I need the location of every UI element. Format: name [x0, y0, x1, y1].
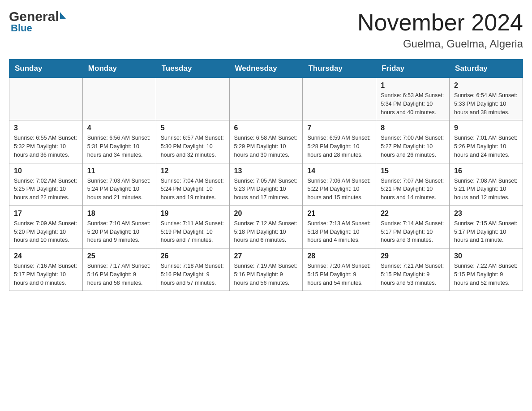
day-number: 5 — [161, 124, 225, 132]
day-number: 22 — [381, 210, 445, 218]
table-row: 28Sunrise: 7:20 AM Sunset: 5:15 PM Dayli… — [303, 248, 376, 291]
header-sunday: Sunday — [9, 60, 83, 78]
table-row — [229, 78, 303, 120]
table-row: 5Sunrise: 6:57 AM Sunset: 5:30 PM Daylig… — [156, 120, 229, 163]
day-info: Sunrise: 7:12 AM Sunset: 5:18 PM Dayligh… — [234, 219, 298, 244]
day-info: Sunrise: 7:11 AM Sunset: 5:19 PM Dayligh… — [161, 219, 225, 244]
table-row: 29Sunrise: 7:21 AM Sunset: 5:15 PM Dayli… — [376, 248, 450, 291]
calendar-table: Sunday Monday Tuesday Wednesday Thursday… — [9, 59, 523, 291]
day-number: 6 — [234, 124, 298, 132]
table-row: 15Sunrise: 7:07 AM Sunset: 5:21 PM Dayli… — [376, 163, 450, 206]
table-row: 10Sunrise: 7:02 AM Sunset: 5:25 PM Dayli… — [9, 163, 83, 206]
day-info: Sunrise: 7:20 AM Sunset: 5:15 PM Dayligh… — [307, 262, 371, 287]
day-info: Sunrise: 7:15 AM Sunset: 5:17 PM Dayligh… — [454, 219, 518, 244]
day-info: Sunrise: 7:06 AM Sunset: 5:22 PM Dayligh… — [307, 177, 371, 202]
table-row — [9, 78, 83, 120]
calendar-location: Guelma, Guelma, Algeria — [357, 38, 523, 50]
table-row: 21Sunrise: 7:13 AM Sunset: 5:18 PM Dayli… — [303, 206, 376, 248]
day-info: Sunrise: 6:56 AM Sunset: 5:31 PM Dayligh… — [87, 134, 151, 159]
day-number: 26 — [161, 252, 225, 260]
table-row: 23Sunrise: 7:15 AM Sunset: 5:17 PM Dayli… — [450, 206, 523, 248]
day-number: 28 — [307, 252, 371, 260]
day-number: 8 — [381, 124, 445, 132]
table-row: 11Sunrise: 7:03 AM Sunset: 5:24 PM Dayli… — [82, 163, 156, 206]
day-number: 30 — [454, 252, 518, 260]
table-row: 3Sunrise: 6:55 AM Sunset: 5:32 PM Daylig… — [9, 120, 83, 163]
day-number: 16 — [454, 167, 518, 175]
table-row: 24Sunrise: 7:16 AM Sunset: 5:17 PM Dayli… — [9, 248, 83, 291]
calendar-title: November 2024 — [357, 9, 523, 36]
day-info: Sunrise: 7:17 AM Sunset: 5:16 PM Dayligh… — [87, 262, 151, 287]
table-row: 6Sunrise: 6:58 AM Sunset: 5:29 PM Daylig… — [229, 120, 303, 163]
day-number: 12 — [161, 167, 225, 175]
day-number: 4 — [87, 124, 151, 132]
calendar-week-row: 3Sunrise: 6:55 AM Sunset: 5:32 PM Daylig… — [9, 120, 523, 163]
day-info: Sunrise: 7:04 AM Sunset: 5:24 PM Dayligh… — [161, 177, 225, 202]
calendar-header-row: Sunday Monday Tuesday Wednesday Thursday… — [9, 60, 523, 78]
day-number: 29 — [381, 252, 445, 260]
table-row: 1Sunrise: 6:53 AM Sunset: 5:34 PM Daylig… — [376, 78, 450, 120]
logo-general-text: General — [9, 9, 59, 24]
calendar-week-row: 10Sunrise: 7:02 AM Sunset: 5:25 PM Dayli… — [9, 163, 523, 206]
table-row: 16Sunrise: 7:08 AM Sunset: 5:21 PM Dayli… — [450, 163, 523, 206]
day-info: Sunrise: 7:14 AM Sunset: 5:17 PM Dayligh… — [381, 219, 445, 244]
day-number: 9 — [454, 124, 518, 132]
table-row — [303, 78, 376, 120]
day-info: Sunrise: 7:00 AM Sunset: 5:27 PM Dayligh… — [381, 134, 445, 159]
day-number: 7 — [307, 124, 371, 132]
day-number: 1 — [381, 81, 445, 90]
day-number: 19 — [161, 210, 225, 218]
day-info: Sunrise: 7:18 AM Sunset: 5:16 PM Dayligh… — [161, 262, 225, 287]
day-info: Sunrise: 6:55 AM Sunset: 5:32 PM Dayligh… — [14, 134, 78, 159]
day-number: 17 — [14, 210, 78, 218]
day-info: Sunrise: 6:59 AM Sunset: 5:28 PM Dayligh… — [307, 134, 371, 159]
day-info: Sunrise: 6:57 AM Sunset: 5:30 PM Dayligh… — [161, 134, 225, 159]
day-number: 24 — [14, 252, 78, 260]
day-info: Sunrise: 7:21 AM Sunset: 5:15 PM Dayligh… — [381, 262, 445, 287]
table-row: 9Sunrise: 7:01 AM Sunset: 5:26 PM Daylig… — [450, 120, 523, 163]
table-row — [156, 78, 229, 120]
day-info: Sunrise: 6:54 AM Sunset: 5:33 PM Dayligh… — [454, 91, 518, 116]
page-header: General Blue November 2024 Guelma, Guelm… — [9, 9, 523, 50]
day-info: Sunrise: 7:05 AM Sunset: 5:23 PM Dayligh… — [234, 177, 298, 202]
day-info: Sunrise: 7:10 AM Sunset: 5:20 PM Dayligh… — [87, 219, 151, 244]
day-info: Sunrise: 7:19 AM Sunset: 5:16 PM Dayligh… — [234, 262, 298, 287]
table-row: 25Sunrise: 7:17 AM Sunset: 5:16 PM Dayli… — [82, 248, 156, 291]
table-row: 27Sunrise: 7:19 AM Sunset: 5:16 PM Dayli… — [229, 248, 303, 291]
day-info: Sunrise: 7:08 AM Sunset: 5:21 PM Dayligh… — [454, 177, 518, 202]
day-number: 2 — [454, 81, 518, 90]
day-number: 15 — [381, 167, 445, 175]
logo-arrow-icon — [60, 12, 66, 21]
day-number: 21 — [307, 210, 371, 218]
day-number: 14 — [307, 167, 371, 175]
header-thursday: Thursday — [303, 60, 376, 78]
header-monday: Monday — [82, 60, 156, 78]
table-row: 20Sunrise: 7:12 AM Sunset: 5:18 PM Dayli… — [229, 206, 303, 248]
table-row: 19Sunrise: 7:11 AM Sunset: 5:19 PM Dayli… — [156, 206, 229, 248]
day-number: 20 — [234, 210, 298, 218]
day-info: Sunrise: 7:01 AM Sunset: 5:26 PM Dayligh… — [454, 134, 518, 159]
table-row: 8Sunrise: 7:00 AM Sunset: 5:27 PM Daylig… — [376, 120, 450, 163]
day-number: 10 — [14, 167, 78, 175]
table-row: 17Sunrise: 7:09 AM Sunset: 5:20 PM Dayli… — [9, 206, 83, 248]
table-row: 12Sunrise: 7:04 AM Sunset: 5:24 PM Dayli… — [156, 163, 229, 206]
day-number: 3 — [14, 124, 78, 132]
day-info: Sunrise: 7:02 AM Sunset: 5:25 PM Dayligh… — [14, 177, 78, 202]
table-row: 22Sunrise: 7:14 AM Sunset: 5:17 PM Dayli… — [376, 206, 450, 248]
table-row: 7Sunrise: 6:59 AM Sunset: 5:28 PM Daylig… — [303, 120, 376, 163]
calendar-week-row: 24Sunrise: 7:16 AM Sunset: 5:17 PM Dayli… — [9, 248, 523, 291]
table-row: 2Sunrise: 6:54 AM Sunset: 5:33 PM Daylig… — [450, 78, 523, 120]
header-saturday: Saturday — [450, 60, 523, 78]
table-row: 13Sunrise: 7:05 AM Sunset: 5:23 PM Dayli… — [229, 163, 303, 206]
logo: General Blue — [9, 9, 66, 34]
table-row: 26Sunrise: 7:18 AM Sunset: 5:16 PM Dayli… — [156, 248, 229, 291]
day-number: 25 — [87, 252, 151, 260]
logo-blue-text: Blue — [11, 22, 32, 34]
day-number: 23 — [454, 210, 518, 218]
header-wednesday: Wednesday — [229, 60, 303, 78]
table-row — [82, 78, 156, 120]
day-number: 13 — [234, 167, 298, 175]
header-friday: Friday — [376, 60, 450, 78]
table-row: 30Sunrise: 7:22 AM Sunset: 5:15 PM Dayli… — [450, 248, 523, 291]
day-number: 18 — [87, 210, 151, 218]
